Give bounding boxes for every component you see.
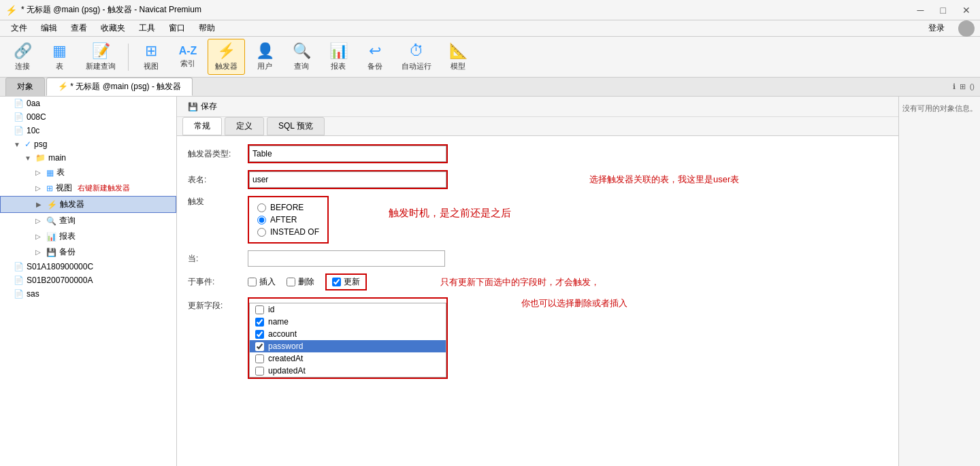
- menu-favorites[interactable]: 收藏夹: [95, 21, 131, 35]
- trigger-type-select[interactable]: Table View: [249, 146, 446, 162]
- sidebar: 📄 0aa 📄 008C 📄 10c ▼ ✓ psg ▼ 📁 main ▷ ▦ …: [0, 97, 177, 466]
- sidebar-item-tables[interactable]: ▷ ▦ 表: [0, 165, 176, 180]
- tab-trigger[interactable]: ⚡ * 无标题 @main (psg) - 触发器: [46, 78, 193, 96]
- sidebar-item-0aa[interactable]: 📄 0aa: [0, 97, 176, 110]
- toolbar-user[interactable]: 👤 用户: [248, 39, 282, 74]
- sidebar-item-query[interactable]: ▷ 🔍 查询: [0, 213, 176, 229]
- table-icon: ▦: [52, 42, 67, 60]
- login-button[interactable]: 登录: [923, 21, 950, 35]
- checkbox-insert-label: 插入: [259, 276, 276, 288]
- when-input[interactable]: [248, 250, 445, 267]
- radio-before[interactable]: [257, 203, 266, 212]
- toolbar-backup[interactable]: ↩ 备份: [358, 39, 392, 74]
- toolbar-index[interactable]: A-Z 索引: [171, 42, 205, 71]
- toolbar-table[interactable]: ▦ 表: [42, 39, 76, 74]
- backup-icon: ↩: [369, 42, 381, 60]
- annotation-timing: 触发时机，是之前还是之后: [389, 207, 511, 220]
- title-text: * 无标题 @main (psg) - 触发器 - Navicat Premiu…: [21, 4, 201, 16]
- tab-general[interactable]: 常规: [182, 117, 222, 135]
- field-createdAt[interactable]: createdAt: [250, 352, 446, 365]
- sidebar-item-10c[interactable]: 📄 10c: [0, 124, 176, 137]
- toolbar-autorun[interactable]: ⏱ 自动运行: [395, 39, 438, 74]
- checkbox-delete[interactable]: [287, 278, 295, 286]
- checkbox-update[interactable]: [332, 278, 341, 286]
- checkbox-field-account[interactable]: [255, 330, 264, 339]
- toolbar-backup-label: 备份: [368, 61, 382, 71]
- backup-icon-sidebar: 💾: [46, 248, 56, 257]
- checkbox-insert[interactable]: [248, 278, 257, 286]
- expand-psg: ▼: [14, 141, 22, 148]
- menu-help[interactable]: 帮助: [193, 21, 220, 35]
- sidebar-item-trigger[interactable]: ▶ ⚡ 触发器: [0, 196, 176, 213]
- tab-sql-preview[interactable]: SQL 预览: [267, 117, 325, 135]
- sidebar-item-report[interactable]: ▷ 📊 报表: [0, 229, 176, 244]
- toolbar-report[interactable]: 📊 报表: [321, 39, 355, 74]
- toolbar-trigger[interactable]: ⚡ 触发器: [208, 39, 245, 75]
- user-icon: 👤: [256, 42, 274, 60]
- sub-tab-bar: 常规 定义 SQL 预览: [177, 117, 898, 136]
- expand-tables: ▷: [35, 169, 44, 176]
- sidebar-item-S01B[interactable]: 📄 S01B200700000A: [0, 273, 176, 287]
- field-name[interactable]: name: [250, 316, 446, 328]
- close-button[interactable]: ✕: [958, 3, 975, 17]
- tab-definition[interactable]: 定义: [225, 117, 264, 135]
- table-name-select[interactable]: user account: [249, 171, 446, 188]
- toolbar-query[interactable]: 🔍 查询: [284, 39, 318, 74]
- right-panel: 没有可用的对象信息。: [898, 97, 980, 466]
- field-id[interactable]: id: [250, 303, 446, 316]
- sidebar-item-views[interactable]: ▷ ⊞ 视图 右键新建触发器: [0, 180, 176, 196]
- grid-icon[interactable]: ⊞: [960, 82, 966, 91]
- annotation-update: 只有更新下面选中的字段时，才会触发，: [440, 276, 600, 288]
- maximize-button[interactable]: □: [936, 3, 950, 17]
- checkbox-field-updatedAt[interactable]: [255, 367, 264, 376]
- event-row: 于事件: 插入 删除 更新: [188, 273, 887, 290]
- checkbox-field-createdAt[interactable]: [255, 354, 264, 363]
- menu-tools[interactable]: 工具: [133, 21, 161, 35]
- tab-object[interactable]: 对象: [5, 78, 45, 96]
- toolbar-trigger-label: 触发器: [215, 61, 238, 71]
- sidebar-item-psg[interactable]: ▼ ✓ psg: [0, 137, 176, 151]
- report-icon-sidebar: 📊: [46, 232, 56, 242]
- sidebar-item-S01A[interactable]: 📄 S01A180900000C: [0, 260, 176, 273]
- radio-instead-label: INSTEAD OF: [270, 227, 319, 237]
- menu-view[interactable]: 查看: [65, 21, 93, 35]
- sidebar-item-backup[interactable]: ▷ 💾 备份: [0, 244, 176, 260]
- toolbar-connect[interactable]: 🔗 连接: [5, 39, 39, 74]
- trigger-type-row: 触发器类型: Table View: [188, 144, 887, 163]
- save-button[interactable]: 💾 保存: [182, 99, 223, 114]
- save-icon: 💾: [188, 102, 198, 112]
- radio-instead[interactable]: [257, 228, 266, 237]
- info-icon[interactable]: ℹ: [953, 82, 956, 91]
- toolbar-report-label: 报表: [331, 61, 346, 71]
- radio-after[interactable]: [257, 216, 266, 224]
- no-info-text: 没有可用的对象信息。: [902, 103, 977, 114]
- trigger-section-row: 触发 BEFORE AFTER INSTEAD OF: [188, 196, 887, 244]
- checkbox-field-id[interactable]: [255, 305, 264, 314]
- tab-bar-outer: 对象 ⚡ * 无标题 @main (psg) - 触发器 ℹ ⊞ (): [0, 78, 980, 97]
- avatar: [958, 20, 975, 37]
- sidebar-item-008C[interactable]: 📄 008C: [0, 110, 176, 124]
- fields-list: id name account: [249, 303, 446, 378]
- field-account[interactable]: account: [250, 328, 446, 340]
- table-name-select-wrapper: user account: [248, 170, 448, 189]
- paren-icon[interactable]: (): [970, 82, 975, 91]
- sidebar-item-sas[interactable]: 📄 sas: [0, 287, 176, 301]
- toolbar-newquery[interactable]: 📝 新建查询: [79, 39, 122, 74]
- toolbar-model[interactable]: 📐 模型: [441, 39, 475, 74]
- checkbox-field-password[interactable]: [255, 342, 264, 351]
- checkbox-delete-item: 删除: [287, 276, 314, 288]
- minimize-button[interactable]: ─: [913, 3, 928, 17]
- view-icon: ⊞: [145, 42, 157, 60]
- db-icon-psg: ✓: [24, 139, 31, 149]
- menu-file[interactable]: 文件: [5, 21, 33, 35]
- table-name-row: 表名: user account 选择触发器关联的表，我这里是user表: [188, 170, 887, 189]
- sidebar-item-main[interactable]: ▼ 📁 main: [0, 151, 176, 165]
- toolbar-view[interactable]: ⊞ 视图: [134, 39, 168, 74]
- checkbox-field-name[interactable]: [255, 318, 264, 327]
- menu-window[interactable]: 窗口: [163, 21, 191, 35]
- sidebar-note: 右键新建触发器: [78, 183, 130, 193]
- table-icon-sidebar: ▦: [46, 168, 54, 178]
- field-updatedAt[interactable]: updatedAt: [250, 365, 446, 377]
- field-password[interactable]: password: [250, 340, 446, 352]
- menu-edit[interactable]: 编辑: [35, 21, 63, 35]
